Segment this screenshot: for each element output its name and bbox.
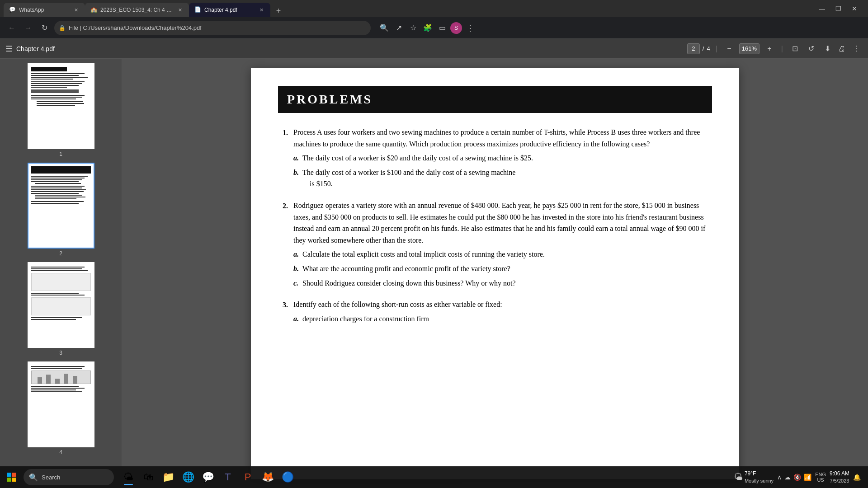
taskbar-app-firefox[interactable]: 🦊	[259, 468, 277, 486]
pdf-page-wrapper[interactable]: PROBLEMS 1. Process A uses four workers …	[122, 59, 868, 488]
taskbar-app-explorer[interactable]: 📁	[159, 468, 177, 486]
problem-2-sub-c: c. Should Rodriguez consider closing dow…	[293, 277, 712, 289]
print-button[interactable]: 🖨	[835, 42, 848, 55]
firefox-icon: 🦊	[262, 471, 274, 483]
taskbar-app-powerpoint[interactable]: P	[239, 468, 257, 486]
tab-close-pdf[interactable]: ✕	[258, 6, 265, 14]
taskbar-app-edge[interactable]: 🌐	[179, 468, 197, 486]
pdf-content-area: 1	[0, 59, 868, 488]
tab-title-whatsapp: WhatsApp	[19, 7, 70, 13]
new-tab-button[interactable]: +	[272, 5, 285, 17]
sub3-a-label: a.	[293, 313, 300, 325]
chat-icon: 💬	[202, 471, 214, 483]
taskbar-app-widgets[interactable]: 🌤	[119, 468, 137, 486]
taskbar-app-store[interactable]: 🛍	[139, 468, 157, 486]
reload-button[interactable]: ↻	[38, 22, 51, 34]
problem-2-body: Rodriguez operates a variety store with …	[293, 200, 712, 289]
problem-2-num: 2.	[278, 200, 288, 289]
pdf-viewer: ☰ Chapter 4.pdf / 4 | − + | ⊡ ↺ ⬇ 🖨 ⋮	[0, 39, 868, 488]
pdf-more-button[interactable]: ⋮	[850, 42, 863, 55]
svg-rect-3	[12, 478, 16, 482]
thumbnail-1[interactable]: 1	[5, 63, 117, 157]
thumbnail-2[interactable]: 2	[5, 163, 117, 257]
browser-menu-button[interactable]: ⋮	[464, 22, 476, 34]
zoom-in-button[interactable]: +	[763, 42, 776, 55]
taskbar-search[interactable]: 🔍 Search	[24, 469, 114, 485]
tab-close-whatsapp[interactable]: ✕	[72, 6, 80, 14]
tab-title-pdf: Chapter 4.pdf	[204, 7, 255, 13]
problem-1-body: Process A uses four workers and two sewi…	[293, 127, 712, 190]
cloud-icon[interactable]: ☁	[784, 474, 791, 481]
pdf-favicon: 📄	[194, 6, 202, 14]
thumb-label-2: 2	[59, 250, 62, 257]
sidebar-icon[interactable]: ▭	[436, 22, 448, 34]
pdf-current-page[interactable]	[687, 43, 700, 54]
minimize-button[interactable]: —	[816, 2, 828, 15]
zoom-out-button[interactable]: −	[723, 42, 736, 55]
problem-3-sub-a: a. depreciation charges for a constructi…	[293, 313, 712, 325]
problem-3-num: 3.	[278, 299, 288, 324]
taskbar-search-text: Search	[42, 474, 60, 481]
clock[interactable]: 9:06 AM 7/5/2023	[830, 470, 849, 484]
rotate-button[interactable]: ↺	[805, 42, 817, 55]
start-button[interactable]	[4, 469, 20, 485]
pdf-page-nav: / 4	[687, 43, 710, 54]
chevron-up-icon[interactable]: ∧	[777, 474, 782, 481]
thumbnail-4[interactable]: 4	[5, 361, 117, 455]
pdf-zoom-input[interactable]	[739, 43, 760, 54]
weather-widget[interactable]: 🌤 79°F Mostly sunny	[734, 470, 774, 484]
close-button[interactable]: ✕	[848, 2, 861, 15]
notification-icon[interactable]: 🔔	[853, 474, 861, 481]
weather-condition: Mostly sunny	[745, 478, 774, 484]
tab-close-eco[interactable]: ✕	[176, 6, 184, 14]
window-controls: — ❐ ✕	[816, 2, 864, 15]
problem-2-sub-b: b. What are the accounting profit and ec…	[293, 263, 712, 275]
sub-b-label: b.	[293, 167, 300, 190]
problem-2-sub-a: a. Calculate the total explicit costs an…	[293, 249, 712, 260]
sub2-a-text: Calculate the total explicit costs and t…	[302, 249, 712, 260]
taskbar-app-chat[interactable]: 💬	[199, 468, 217, 486]
eco-favicon: 🏫	[90, 6, 98, 14]
sub-b-text: The daily cost of a worker is $100 and t…	[302, 167, 712, 190]
tab-pdf[interactable]: 📄 Chapter 4.pdf ✕	[189, 3, 270, 17]
forward-button[interactable]: →	[22, 22, 34, 34]
chrome-icon: 🔵	[282, 471, 294, 483]
tab-eco[interactable]: 🏫 2023S_ECO 1503_4: Ch 4 - In clas ✕	[85, 3, 189, 17]
address-input[interactable]	[54, 21, 371, 35]
system-tray: ∧ ☁ 🔇 📶	[777, 474, 811, 481]
bookmark-icon[interactable]: ☆	[407, 22, 420, 34]
search-page-icon[interactable]: 🔍	[378, 22, 391, 34]
extensions-icon[interactable]: 🧩	[421, 22, 434, 34]
share-icon[interactable]: ↗	[392, 22, 405, 34]
thumbnail-3[interactable]: 3	[5, 262, 117, 356]
pdf-menu-icon[interactable]: ☰	[5, 44, 13, 54]
thumb-img-2	[28, 163, 94, 249]
problem-3-text: Identify each of the following short-run…	[293, 300, 502, 308]
back-button[interactable]: ←	[5, 22, 18, 34]
store-icon: 🛍	[143, 471, 153, 483]
tab-strip: 💬 WhatsApp ✕ 🏫 2023S_ECO 1503_4: Ch 4 - …	[4, 0, 816, 17]
problem-1-num: 1.	[278, 127, 288, 190]
taskbar-app-teams[interactable]: T	[219, 468, 237, 486]
sep2: |	[781, 45, 783, 53]
svg-rect-2	[7, 478, 11, 482]
address-wrap: 🔒	[54, 21, 371, 35]
restore-button[interactable]: ❐	[832, 2, 844, 15]
taskbar-search-icon: 🔍	[29, 473, 38, 482]
windows-logo-icon	[6, 472, 17, 483]
tab-whatsapp[interactable]: 💬 WhatsApp ✕	[4, 3, 85, 17]
sub-a-text: The daily cost of a worker is $20 and th…	[302, 152, 712, 164]
volume-icon[interactable]: 🔇	[793, 474, 801, 481]
problem-2-text: Rodriguez operates a variety store with …	[293, 202, 705, 244]
edge-icon: 🌐	[182, 471, 194, 483]
taskbar-apps: 🌤 🛍 📁 🌐 💬 T P 🦊 🔵	[119, 468, 297, 486]
taskbar-app-chrome[interactable]: 🔵	[278, 468, 297, 486]
profile-avatar[interactable]: S	[450, 22, 462, 34]
wifi-icon[interactable]: 📶	[804, 474, 811, 481]
sub2-b-label: b.	[293, 263, 300, 275]
problems-content: 1. Process A uses four workers and two s…	[278, 127, 712, 324]
problem-1: 1. Process A uses four workers and two s…	[278, 127, 712, 190]
weather-icon: 🌤	[734, 472, 743, 482]
download-button[interactable]: ⬇	[821, 42, 834, 55]
fit-page-button[interactable]: ⊡	[788, 42, 801, 55]
